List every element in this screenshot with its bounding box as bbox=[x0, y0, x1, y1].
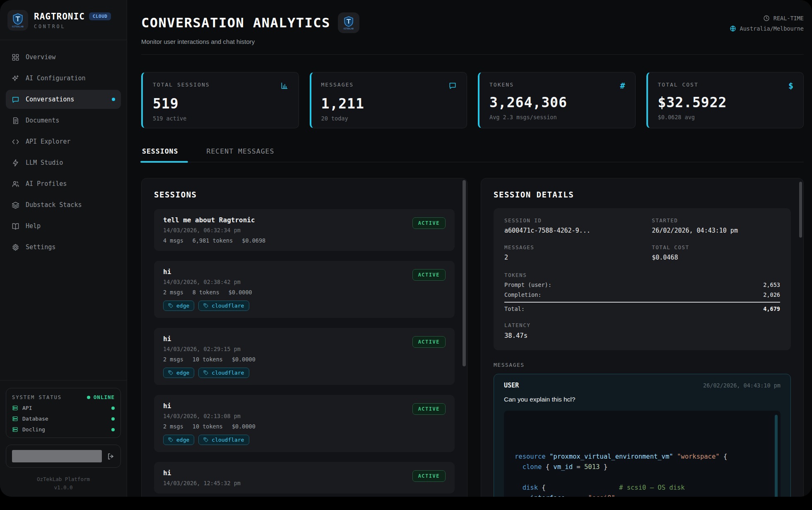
tab-sessions[interactable]: SESSIONS bbox=[141, 147, 182, 162]
tag-chip-edge[interactable]: edge bbox=[163, 301, 194, 311]
sidebar-item-label: Settings bbox=[26, 243, 55, 251]
code-token: "proxmox_virtual_environment_vm" bbox=[549, 453, 673, 460]
sidebar-item-overview[interactable]: Overview bbox=[6, 48, 121, 67]
logout-button[interactable] bbox=[107, 452, 115, 460]
code-token bbox=[515, 463, 523, 471]
tag-chip-cloudflare[interactable]: cloudflare bbox=[198, 368, 249, 378]
tag-chip-cloudflare[interactable]: cloudflare bbox=[198, 435, 249, 445]
session-tags: edgecloudflare bbox=[163, 301, 446, 311]
code-token: resource bbox=[515, 453, 546, 460]
server-icon bbox=[12, 405, 18, 411]
tag-icon bbox=[203, 370, 209, 375]
session-info-card: SESSION IDa600471c-7588-4262-9...STARTED… bbox=[494, 208, 791, 350]
tag-label: edge bbox=[176, 437, 189, 443]
tag-chip-edge[interactable]: edge bbox=[163, 368, 194, 378]
header-divider bbox=[141, 54, 804, 55]
code-line bbox=[515, 472, 770, 483]
user-box[interactable] bbox=[6, 445, 121, 468]
session-item[interactable]: hi14/03/2026, 02:38:42 pm2 msgs8 tokens$… bbox=[154, 261, 455, 318]
code-scrollbar[interactable] bbox=[775, 415, 778, 497]
system-status-title: SYSTEM STATUS bbox=[12, 395, 62, 400]
field-label: SESSION ID bbox=[504, 217, 652, 224]
field-label: TOTAL COST bbox=[652, 244, 780, 250]
sidebar-item-settings[interactable]: Settings bbox=[6, 238, 121, 257]
session-stat: $0.0000 bbox=[232, 356, 255, 363]
service-name: Docling bbox=[22, 426, 45, 433]
code-token: = bbox=[565, 494, 588, 497]
message-timestamp: 26/02/2026, 04:43:10 pm bbox=[703, 382, 781, 389]
tag-icon bbox=[203, 437, 209, 443]
message-card: USER 26/02/2026, 04:43:10 pm Can you exp… bbox=[494, 374, 791, 497]
sparkles-icon bbox=[12, 75, 19, 82]
session-item[interactable]: hi14/03/2026, 02:13:08 pm2 msgs10 tokens… bbox=[154, 395, 455, 452]
service-name: Database bbox=[22, 416, 48, 422]
code-token: disk bbox=[523, 484, 538, 491]
stat-sub: 519 active bbox=[153, 115, 289, 122]
bar-chart-icon bbox=[280, 82, 289, 91]
session-time: 14/03/2026, 02:38:42 pm bbox=[163, 279, 446, 285]
token-row: Prompt (user):2,653 bbox=[504, 281, 780, 288]
sidebar-item-llm-studio[interactable]: LLM Studio bbox=[6, 153, 121, 172]
session-title: hi bbox=[163, 268, 446, 276]
sidebar-item-ai-configuration[interactable]: AI Configuration bbox=[6, 69, 121, 88]
sessions-scrollbar[interactable] bbox=[463, 180, 466, 366]
sidebar-item-help[interactable]: Help bbox=[6, 217, 121, 236]
online-dot-icon bbox=[87, 396, 90, 399]
code-token bbox=[546, 453, 549, 460]
sidebar-item-ai-profiles[interactable]: AI Profiles bbox=[6, 174, 121, 193]
session-stat: 10 tokens bbox=[193, 356, 223, 363]
server-icon bbox=[12, 416, 18, 422]
layers-icon bbox=[12, 201, 19, 209]
session-item[interactable]: hi14/03/2026, 02:29:15 pm2 msgs10 tokens… bbox=[154, 328, 455, 385]
code-token: { bbox=[538, 484, 546, 491]
sidebar-item-label: Dubstack Stacks bbox=[26, 201, 82, 209]
cloud-badge: CLOUD bbox=[89, 12, 111, 20]
details-scrollbar[interactable] bbox=[799, 182, 802, 238]
sidebar-item-dubstack-stacks[interactable]: Dubstack Stacks bbox=[6, 195, 121, 214]
session-item[interactable]: tell me about Ragtronic14/03/2026, 06:32… bbox=[154, 209, 455, 251]
stat-value: 519 bbox=[153, 96, 289, 112]
sessions-panel: SESSIONS tell me about Ragtronic14/03/20… bbox=[141, 178, 467, 497]
session-stat: 8 tokens bbox=[193, 289, 219, 296]
session-list: tell me about Ragtronic14/03/2026, 06:32… bbox=[154, 209, 455, 493]
sidebar-item-api-explorer[interactable]: API Explorer bbox=[6, 132, 121, 151]
session-item[interactable]: hi14/03/2026, 12:45:32 pmACTIVE bbox=[154, 462, 455, 493]
sidebar-item-conversations[interactable]: Conversations bbox=[6, 90, 121, 109]
tag-label: cloudflare bbox=[212, 370, 244, 376]
session-stat: 6,981 tokens bbox=[193, 237, 233, 244]
message-text: Can you explain this hcl? bbox=[504, 396, 781, 403]
session-stat: 2 msgs bbox=[163, 289, 183, 296]
clock-icon bbox=[763, 15, 770, 22]
sidebar-item-label: Conversations bbox=[26, 96, 74, 103]
sidebar-item-documents[interactable]: Documents bbox=[6, 111, 121, 130]
stat-label: TOKENS bbox=[489, 82, 514, 88]
code-token: { bbox=[720, 453, 728, 460]
tab-recent-messages[interactable]: RECENT MESSAGES bbox=[205, 147, 278, 162]
service-status-dot bbox=[111, 417, 115, 421]
service-row-docling: Docling bbox=[12, 426, 115, 433]
tag-chip-edge[interactable]: edge bbox=[163, 435, 194, 445]
message-role: USER bbox=[504, 382, 519, 389]
hash-icon: # bbox=[620, 82, 625, 90]
latency-label: LATENCY bbox=[504, 322, 780, 328]
session-tags: edgecloudflare bbox=[163, 368, 446, 378]
stat-label: MESSAGES bbox=[321, 82, 354, 88]
server-icon bbox=[12, 426, 18, 433]
tag-chip-cloudflare[interactable]: cloudflare bbox=[198, 301, 249, 311]
sidebar-item-label: LLM Studio bbox=[26, 159, 63, 166]
code-line: interface = "scsi0" bbox=[515, 493, 770, 497]
token-row-value: 2,026 bbox=[763, 291, 780, 298]
session-stats: 2 msgs8 tokens$0.0000 bbox=[163, 289, 446, 296]
stat-sub: $0.0628 avg bbox=[658, 114, 794, 120]
session-stats: 4 msgs6,981 tokens$0.0698 bbox=[163, 237, 446, 244]
service-status-dot bbox=[111, 428, 115, 431]
detail-field-total-cost: TOTAL COST$0.0468 bbox=[652, 244, 780, 261]
status-badge: ACTIVE bbox=[412, 403, 446, 415]
tokens-title: TOKENS bbox=[504, 272, 780, 278]
realtime-indicator: REAL-TIME bbox=[730, 15, 804, 22]
session-time: 14/03/2026, 02:13:08 pm bbox=[163, 413, 446, 419]
stat-value: $32.5922 bbox=[658, 94, 794, 111]
users-icon bbox=[12, 180, 19, 188]
code-token: 5013 bbox=[584, 463, 600, 471]
session-stat: 4 msgs bbox=[163, 237, 183, 244]
